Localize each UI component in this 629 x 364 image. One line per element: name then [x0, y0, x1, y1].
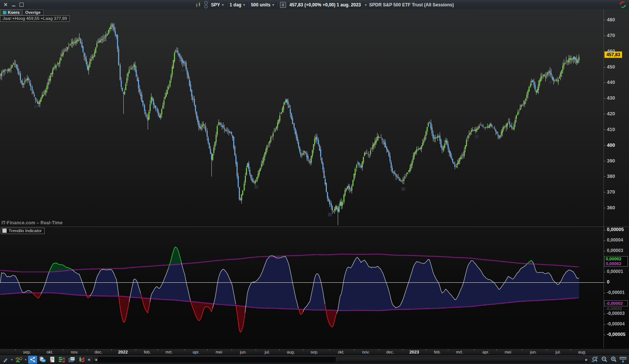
axis-tick-label: -0,00001 [607, 290, 625, 295]
indicators-expand-button[interactable]: ▾ [24, 356, 28, 364]
axis-tick-mark [604, 240, 605, 241]
month-boundary-tick [15, 349, 16, 351]
chart-settings-button[interactable] [77, 356, 86, 364]
axis-tick-mark [604, 314, 605, 314]
axis-tick-mark [604, 192, 605, 192]
maximize-icon[interactable] [19, 2, 24, 7]
axis-tick-label: 390 [607, 158, 615, 164]
separator [277, 1, 277, 8]
axis-tick-mark [604, 20, 605, 20]
zoom-in-button[interactable] [609, 356, 618, 364]
axis-tick-mark [604, 98, 605, 98]
indicator-canvas[interactable] [0, 227, 604, 348]
chart-type-icon[interactable] [195, 2, 201, 8]
status-dot-icon: ● [365, 3, 367, 7]
levels-button[interactable] [57, 356, 66, 364]
timeframe-dropdown[interactable]: 1 dag ▾ [230, 2, 245, 7]
axis-tick-mark [604, 67, 605, 67]
news-button[interactable] [48, 356, 57, 364]
datafeed-watermark: IT-Finance.com – Real-Time [1, 220, 63, 225]
symbol-dropdown[interactable]: SPY ▾ [211, 2, 224, 7]
close-icon[interactable]: ✕ [3, 2, 8, 7]
separator [247, 1, 248, 8]
axis-tick-label: 0,00005 [607, 227, 624, 232]
share-button[interactable] [28, 356, 37, 364]
link-rings-icon [204, 1, 208, 8]
month-boundary-tick [38, 349, 39, 351]
bottom-toolbar: ▾ ▾ [0, 355, 629, 364]
month-boundary-tick [157, 349, 158, 351]
axis-tick-label: -0,00004 [607, 321, 625, 327]
axis-tick-mark [604, 293, 605, 293]
tab-koers[interactable]: Koers [0, 9, 22, 15]
notes-button[interactable] [38, 356, 47, 364]
axis-tick-mark [604, 208, 605, 208]
month-label: aug. [283, 350, 299, 354]
price-scale-button[interactable] [618, 356, 628, 364]
draw-tools-button[interactable] [0, 356, 9, 364]
month-label: apr. [478, 350, 494, 354]
chart-windows-button[interactable] [67, 356, 76, 364]
info-icon[interactable]: i [280, 2, 286, 8]
minimize-icon[interactable] [11, 2, 16, 7]
month-label: jun. [525, 350, 542, 354]
lower-band-badge: -0,00002 [604, 300, 628, 306]
month-label: mei [500, 350, 516, 354]
month-boundary-tick [403, 349, 403, 351]
scrollbar-track[interactable] [98, 357, 584, 363]
titlebar: ✕ SPY ▾ 1 dag ▾ [0, 0, 629, 10]
tab-overige[interactable]: Overige [22, 9, 43, 15]
scrollbar-thumb[interactable] [98, 357, 336, 362]
axis-tick-mark [604, 324, 605, 325]
axis-tick-label: 400 [607, 142, 615, 148]
axis-tick-label: 430 [607, 95, 615, 101]
indicator-axis[interactable]: 0,00002 0,00002 -0,00002 -0,00002 0,0000… [604, 227, 629, 348]
instrument-name: SPDR S&P 500 ETF Trust (All Sessions) [369, 2, 454, 7]
window-controls: ✕ [3, 0, 24, 9]
month-label: apr. [188, 350, 204, 354]
month-boundary-tick [426, 349, 426, 351]
toolbar-collapse-button[interactable]: « [88, 357, 90, 362]
month-label: feb. [139, 350, 156, 354]
year-label: 2023 [406, 350, 422, 354]
month-boundary-tick [379, 349, 379, 351]
month-boundary-tick [496, 349, 497, 351]
price-panel: 457,83 480470460450440430420410400390380… [0, 9, 629, 227]
separator [226, 1, 227, 8]
lower-band-dim-label: -0,00002 [606, 306, 622, 311]
price-axis[interactable]: 457,83 480470460450440430420410400390380… [604, 9, 629, 227]
units-dropdown[interactable]: 500 units ▾ [251, 2, 274, 7]
symbol-label: SPY [211, 2, 220, 7]
scroll-right-button[interactable]: ▶ [584, 357, 589, 362]
month-boundary-tick [87, 349, 87, 351]
price-chart-canvas[interactable] [0, 9, 604, 227]
month-label: jul. [259, 350, 276, 354]
axis-tick-label: 360 [607, 205, 615, 210]
month-label: aug. [574, 350, 590, 354]
scroll-left-button[interactable]: ◀ [93, 357, 98, 362]
axis-tick-mark [604, 335, 605, 335]
trading-platform-window: ✕ SPY ▾ 1 dag ▾ [0, 0, 629, 364]
chart-scrollbar[interactable]: ◀ ▶ [93, 357, 589, 362]
zoom-fit-button[interactable] [590, 356, 599, 364]
refresh-sync-icon[interactable] [619, 1, 627, 9]
axis-tick-mark [604, 161, 605, 161]
tab-label: Overige [25, 10, 40, 15]
axis-tick-label: 480 [607, 17, 615, 22]
time-axis-row[interactable]: sep.okt.nov.dec.2022feb.mrt.apr.meijun.j… [0, 349, 629, 355]
axis-tick-label: 0,00001 [607, 269, 623, 274]
indicator-swatch-icon [2, 228, 7, 233]
axis-tick-mark [604, 282, 605, 283]
axis-tick-label: 440 [607, 79, 615, 85]
month-label: mrt. [161, 350, 177, 354]
indicator-tab[interactable]: Trendilo Indicator [1, 228, 45, 234]
axis-tick-label: -0,00005 [607, 332, 625, 337]
month-boundary-tick [136, 349, 136, 351]
draw-tools-expand-button[interactable]: ▾ [10, 356, 14, 364]
indicators-button[interactable] [14, 356, 23, 364]
month-label: dec. [90, 350, 107, 354]
axis-tick-mark [604, 145, 605, 146]
zoom-out-button[interactable] [599, 356, 609, 364]
month-label: sep. [306, 350, 323, 354]
month-boundary-tick [448, 349, 448, 351]
